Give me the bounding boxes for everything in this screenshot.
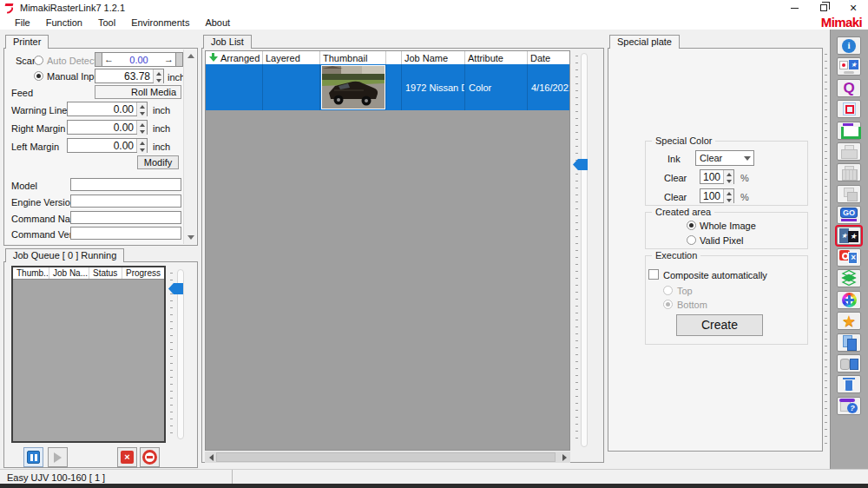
manual-input-radio[interactable] [34, 71, 43, 81]
spin-up-icon[interactable] [137, 102, 147, 110]
warning-line-spinner[interactable] [136, 102, 147, 115]
printer-status[interactable]: Easy UJV 100-160 [ 1 ] [0, 470, 233, 485]
list-slider-track[interactable] [581, 53, 588, 447]
column-job-name[interactable]: Job Na... [49, 267, 89, 279]
clear-channel-1-spinner[interactable] [723, 170, 733, 183]
column-attribute[interactable]: Attribute [465, 51, 528, 64]
job-row-selected[interactable]: 1972 Nissan Dat... Color 4/16/2021 7... [206, 64, 569, 110]
column-progress[interactable]: Progress [122, 267, 164, 279]
backup-icon[interactable] [837, 354, 861, 373]
ink-select[interactable]: Clear [695, 150, 754, 166]
modify-button[interactable]: Modify [137, 155, 179, 169]
create-button[interactable]: Create [676, 314, 763, 336]
column-thumbnail[interactable]: Thumbnail [320, 51, 386, 64]
clear-channel-1-field[interactable]: 100 [700, 169, 734, 184]
right-margin-field[interactable]: 0.00 [67, 120, 148, 135]
color-adjustment-icon[interactable] [837, 291, 861, 309]
tab-job-queue[interactable]: Job Queue [ 0 ] Running [5, 248, 124, 262]
menu-about[interactable]: About [197, 16, 238, 30]
auto-detection-radio[interactable] [34, 56, 43, 65]
help-icon[interactable] [837, 397, 861, 415]
clear-channel-2-spinner[interactable] [723, 189, 733, 202]
tab-job-list[interactable]: Job List [203, 35, 252, 49]
tab-printer[interactable]: Printer [5, 35, 49, 49]
panel-splitter-ticks[interactable] [825, 54, 827, 446]
valid-pixel-radio[interactable] [687, 235, 696, 245]
menu-environments[interactable]: Environments [123, 16, 197, 30]
ruler-left-cap[interactable] [95, 53, 102, 66]
ruler-right-cap[interactable] [175, 53, 182, 66]
command-name-field[interactable] [70, 211, 181, 224]
arrangement-icon[interactable] [837, 57, 861, 76]
column-status[interactable]: Status [89, 267, 122, 279]
spin-up-icon[interactable] [724, 170, 733, 178]
spin-down-icon[interactable] [137, 129, 147, 136]
composition-icon[interactable] [837, 269, 861, 287]
quality-icon[interactable] [837, 79, 861, 97]
delete-icon[interactable] [837, 375, 861, 393]
composite-automatically-checkbox[interactable] [648, 269, 659, 280]
feed-button[interactable]: Roll Media [95, 85, 181, 99]
hscroll-thumb[interactable] [216, 452, 556, 462]
left-margin-field[interactable]: 0.00 [67, 138, 148, 153]
pause-button[interactable] [23, 447, 43, 467]
job-thumbnail[interactable] [321, 65, 385, 109]
warning-line-field[interactable]: 0.00 [67, 102, 148, 116]
spin-down-icon[interactable] [724, 197, 733, 205]
scan-width-ruler[interactable]: ← 0.00 → [95, 52, 183, 67]
duplicate-icon[interactable] [837, 333, 861, 352]
manual-input-spinner[interactable] [153, 69, 163, 82]
spin-down-icon[interactable] [137, 147, 147, 155]
remove-button[interactable] [140, 447, 160, 467]
maximize-icon[interactable] [809, 0, 838, 16]
manual-input-field[interactable]: 63.78 [95, 69, 164, 83]
column-arranged[interactable]: Arranged [206, 51, 263, 64]
spin-up-icon[interactable] [724, 189, 733, 197]
engine-version-field[interactable] [70, 195, 181, 208]
properties-icon[interactable] [837, 36, 861, 55]
spin-up-icon[interactable] [137, 121, 147, 129]
spin-down-icon[interactable] [137, 110, 147, 118]
cancel-button[interactable] [117, 447, 137, 467]
column-thumbnail[interactable]: Thumb... [13, 267, 49, 279]
model-field[interactable] [70, 178, 181, 191]
spin-down-icon[interactable] [724, 178, 733, 186]
job-list-hscrollbar[interactable] [205, 452, 570, 463]
job-queue-table[interactable]: Thumb... Job Na... Status Progress [11, 266, 166, 443]
minimize-icon[interactable] [779, 0, 809, 16]
column-job-name[interactable]: Job Name [402, 51, 465, 64]
menu-file[interactable]: File [7, 16, 38, 30]
whole-image-radio[interactable] [687, 221, 696, 230]
start-button[interactable] [48, 447, 68, 467]
left-margin-spinner[interactable] [136, 139, 147, 152]
command-version-field[interactable] [70, 227, 181, 240]
arrow-right-icon: → [164, 54, 174, 64]
column-date[interactable]: Date [528, 51, 569, 64]
bottom-radio[interactable] [663, 300, 673, 309]
scroll-right-icon[interactable] [559, 452, 570, 463]
tab-special-plate[interactable]: Special plate [609, 35, 680, 49]
queue-slider-track[interactable] [177, 269, 184, 439]
top-radio[interactable] [663, 286, 673, 295]
scroll-up-icon[interactable] [184, 49, 197, 62]
close-icon[interactable] [838, 0, 868, 16]
right-margin-spinner[interactable] [136, 121, 147, 134]
execution-icon[interactable]: GO [837, 206, 861, 224]
favorites-icon[interactable] [837, 312, 861, 330]
clear-channel-1-value: 100 [700, 170, 723, 183]
spin-up-icon[interactable] [137, 139, 147, 147]
clear-channel-2-field[interactable]: 100 [700, 188, 734, 203]
column-layered[interactable]: Layered [263, 51, 320, 64]
spin-up-icon[interactable] [154, 69, 163, 77]
rip-icon[interactable] [837, 248, 861, 267]
scroll-down-icon[interactable] [184, 232, 197, 244]
menu-tool[interactable]: Tool [90, 16, 123, 30]
column-blank[interactable] [386, 51, 402, 64]
printer-panel-scrollbar[interactable] [183, 49, 196, 244]
scroll-left-icon[interactable] [205, 452, 216, 463]
crop-icon[interactable] [837, 100, 861, 118]
print-icon[interactable] [837, 122, 861, 140]
spin-down-icon[interactable] [154, 77, 163, 85]
menu-function[interactable]: Function [38, 16, 90, 30]
special-plate-icon[interactable] [837, 227, 861, 245]
